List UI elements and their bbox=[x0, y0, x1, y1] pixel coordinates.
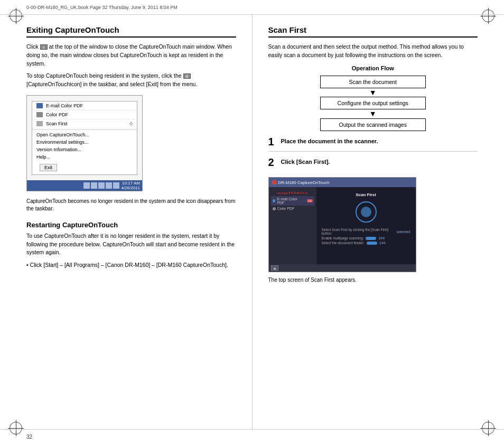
menu-version-info: Version Information... bbox=[32, 146, 137, 153]
option-label-1: Select Scan First by clicking the [Scan … bbox=[322, 228, 395, 235]
scanner-logo: imageFORMULA bbox=[271, 189, 314, 196]
scan-first-intro: Scan a document and then select the outp… bbox=[268, 43, 478, 60]
scanner-close-button bbox=[272, 180, 276, 184]
context-menu: E-mail Color PDF Color PDF Scan First ◇ … bbox=[32, 101, 137, 175]
flow-step-1: Scan the document bbox=[320, 76, 426, 88]
flow-step-2: Configure the output settings bbox=[320, 97, 426, 109]
option-label-2: Enable multipage scanning: bbox=[322, 236, 364, 240]
menu-separator bbox=[32, 130, 137, 130]
toggle-multipage[interactable] bbox=[366, 237, 376, 240]
op-flow-title: Operation Flow bbox=[310, 65, 436, 71]
scanner-menu-email-pdf: E-mail Color PDF 23 bbox=[271, 196, 314, 206]
option-val-1: selected bbox=[396, 230, 410, 234]
taskbar-time: 10:17 AM 4/26/2011 bbox=[121, 181, 140, 190]
exiting-caption: CaptureOnTouch becomes no longer residen… bbox=[26, 198, 236, 212]
scan-button[interactable] bbox=[356, 201, 377, 223]
option-row-2: Enable multipage scanning: 244 bbox=[322, 236, 410, 240]
exiting-para1: Click x at the top of the window to clos… bbox=[26, 43, 236, 68]
scanner-options: Select Scan First by clicking the [Scan … bbox=[322, 227, 410, 246]
toggle-feeder[interactable] bbox=[367, 242, 377, 245]
scanner-caption: The top screen of Scan First appears. bbox=[268, 276, 478, 284]
option-row-3: Select the document feeder: 144 bbox=[322, 241, 410, 245]
flow-arrow-2: ▼ bbox=[310, 109, 436, 118]
header-bar: 0-00-DR-M160_RG_UK.book Page 32 Thursday… bbox=[0, 0, 504, 15]
menu-item-scan-first: Scan First ◇ bbox=[32, 119, 137, 128]
option-label-3: Select the document feeder: bbox=[322, 241, 365, 245]
page-number: 32 bbox=[26, 434, 32, 440]
menu-color-label: Color PDF bbox=[46, 112, 68, 117]
menu-scan-label: Scan First bbox=[46, 121, 68, 126]
scanner-bottom-button[interactable]: ◀ bbox=[271, 265, 278, 271]
taskbar-icon-2 bbox=[91, 182, 97, 189]
flow-arrow-1: ▼ bbox=[310, 88, 436, 97]
scanner-sidebar: imageFORMULA E-mail Color PDF 23 Color P… bbox=[269, 187, 316, 272]
scan-first-label: Scan First bbox=[356, 192, 376, 197]
scan-button-inner bbox=[361, 207, 371, 217]
menu-item-email-pdf: E-mail Color PDF bbox=[32, 101, 137, 110]
menu-email-label: E-mail Color PDF bbox=[46, 103, 83, 108]
context-menu-screenshot: E-mail Color PDF Color PDF Scan First ◇ … bbox=[26, 95, 143, 191]
taskbar-icon-1 bbox=[83, 182, 90, 189]
scanner-menu-color-pdf: Color PDF bbox=[271, 206, 314, 211]
clock-date: 4/26/2011 bbox=[121, 186, 140, 190]
right-column: Scan First Scan a document and then sele… bbox=[252, 15, 478, 429]
option-row-1: Select Scan First by clicking the [Scan … bbox=[322, 228, 410, 235]
scan-icon bbox=[36, 121, 43, 126]
scanner-app-title: DR-M160 CaptureOnTouch bbox=[278, 180, 330, 185]
scanner-menu-label-1: E-mail Color PDF bbox=[277, 197, 305, 205]
scanner-badge-1: 23 bbox=[307, 199, 313, 202]
restarting-bullet: • Click [Start] – [All Programs] – [Cano… bbox=[26, 261, 236, 270]
scanner-app-screenshot: DR-M160 CaptureOnTouch imageFORMULA E-ma… bbox=[268, 177, 416, 272]
step-1-number: 1 bbox=[268, 136, 277, 147]
footer-bar: 32 bbox=[0, 429, 504, 444]
step-2-number: 2 bbox=[268, 157, 277, 168]
taskbar-icon-5 bbox=[113, 182, 119, 189]
taskbar-icon-4 bbox=[106, 182, 112, 189]
menu-item-color-pdf: Color PDF bbox=[32, 110, 137, 119]
scanner-main-area: Scan First Select Scan First by clicking… bbox=[316, 187, 416, 272]
step-1-text: Place the document in the scanner. bbox=[281, 136, 378, 144]
left-column: Exiting CaptureOnTouch Click x at the to… bbox=[26, 15, 236, 429]
taskbar-icon-3 bbox=[98, 182, 105, 189]
taskbar-icons bbox=[83, 182, 119, 189]
tray-icon: ⊞ bbox=[183, 73, 191, 79]
step-1: 1 Place the document in the scanner. bbox=[268, 136, 478, 152]
scanner-title-bar: DR-M160 CaptureOnTouch bbox=[269, 178, 416, 187]
menu-help: Help... bbox=[32, 153, 137, 161]
exiting-title: Exiting CaptureOnTouch bbox=[26, 25, 236, 38]
restarting-title: Restarting CaptureOnTouch bbox=[26, 221, 236, 229]
scanner-bottom-bar: ◀ bbox=[269, 264, 416, 272]
menu-exit-container: Exit bbox=[32, 161, 137, 174]
scan-first-title: Scan First bbox=[268, 25, 478, 38]
menu-open-cot: Open CaptureOnTouch... bbox=[32, 131, 137, 138]
color-icon bbox=[36, 112, 43, 117]
step-2: 2 Click [Scan First]. bbox=[268, 157, 478, 172]
email-icon bbox=[36, 103, 43, 108]
menu-dot-1 bbox=[273, 199, 276, 202]
step-2-text: Click [Scan First]. bbox=[281, 157, 330, 165]
restarting-para1: To use CaptureOnTouch after it is no lon… bbox=[26, 232, 236, 257]
header-text: 0-00-DR-M160_RG_UK.book Page 32 Thursday… bbox=[26, 5, 178, 10]
menu-dot-2 bbox=[273, 207, 276, 210]
exiting-para2: To stop CaptureOnTouch being resident in… bbox=[26, 72, 236, 89]
exit-button[interactable]: Exit bbox=[40, 164, 57, 171]
clock-time: 10:17 AM bbox=[121, 181, 140, 186]
close-icon: x bbox=[40, 44, 48, 50]
flow-step-3: Output the scanned images bbox=[320, 118, 426, 131]
diamond-icon: ◇ bbox=[129, 121, 133, 126]
option-val-3: 144 bbox=[379, 241, 386, 245]
taskbar: 10:17 AM 4/26/2011 bbox=[27, 180, 142, 191]
scanner-menu-label-2: Color PDF bbox=[277, 207, 295, 210]
option-val-2: 244 bbox=[378, 236, 385, 240]
main-content: Exiting CaptureOnTouch Click x at the to… bbox=[26, 15, 478, 429]
menu-env-settings: Environmental settings... bbox=[32, 138, 137, 146]
operation-flow: Operation Flow Scan the document ▼ Confi… bbox=[310, 65, 436, 132]
scanner-body: imageFORMULA E-mail Color PDF 23 Color P… bbox=[269, 187, 416, 272]
